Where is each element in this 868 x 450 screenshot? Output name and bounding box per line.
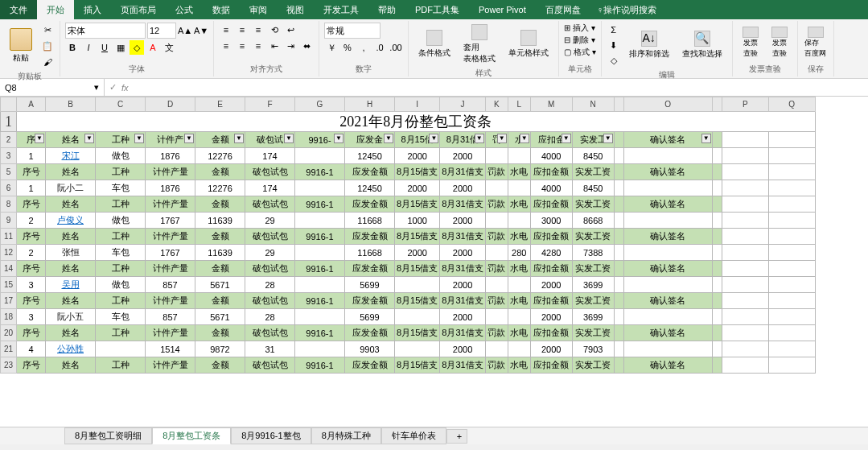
header-cell[interactable]: 破包试▼ — [245, 132, 295, 148]
cell[interactable] — [722, 309, 768, 325]
header-cell[interactable]: 确认签名 — [623, 229, 712, 245]
cell[interactable]: 11639 — [195, 245, 245, 261]
header-cell[interactable]: 应扣金额 — [530, 229, 572, 245]
font-name-select[interactable] — [65, 23, 146, 39]
header-cell[interactable]: 应扣金▼ — [530, 132, 572, 148]
header-cell[interactable]: 应扣金额 — [530, 261, 572, 277]
col-header[interactable]: D — [146, 97, 195, 112]
header-cell[interactable]: 工种 — [96, 164, 146, 180]
header-cell[interactable]: 确认签名 — [623, 357, 712, 374]
align-center-icon[interactable]: ≡ — [235, 39, 249, 53]
header-cell[interactable]: 罚款 — [485, 229, 508, 245]
header-cell[interactable]: 序号 — [17, 357, 46, 374]
cell[interactable] — [712, 148, 722, 164]
cell[interactable] — [623, 309, 712, 325]
cell[interactable]: 12450 — [345, 148, 395, 164]
border-button[interactable]: ▦ — [113, 40, 128, 55]
cell[interactable] — [614, 180, 623, 196]
header-cell[interactable]: 8月15借支 — [395, 164, 440, 180]
align-left-icon[interactable]: ≡ — [219, 39, 233, 53]
header-cell[interactable]: 水电 — [508, 357, 530, 374]
filter-arrow-icon[interactable]: ▼ — [562, 134, 571, 143]
cell[interactable] — [295, 245, 345, 261]
cell[interactable] — [96, 341, 146, 357]
cell[interactable]: 3699 — [572, 277, 614, 293]
cell[interactable]: 车包 — [96, 309, 146, 325]
cell[interactable] — [614, 213, 623, 229]
cell[interactable] — [295, 148, 345, 164]
header-cell[interactable]: 确认签名▼ — [623, 132, 712, 148]
cell[interactable] — [295, 309, 345, 325]
cell[interactable] — [712, 245, 722, 261]
cell[interactable]: 2 — [17, 213, 46, 229]
header-cell[interactable]: 应发金▼ — [345, 132, 395, 148]
cell[interactable]: 8450 — [572, 148, 614, 164]
cell[interactable]: 29 — [245, 213, 295, 229]
cell[interactable]: 12276 — [195, 180, 245, 196]
cell[interactable]: 吴用 — [46, 277, 96, 293]
cell[interactable] — [295, 341, 345, 357]
font-color-button[interactable]: A — [146, 40, 160, 55]
header-cell[interactable]: 工种 — [96, 196, 146, 213]
header-cell[interactable]: 姓名 — [46, 196, 96, 213]
align-mid-icon[interactable]: ≡ — [235, 23, 249, 37]
cell[interactable]: 5699 — [345, 277, 395, 293]
cond-format-button[interactable]: 条件格式 — [413, 28, 455, 60]
sheet-tab-9916[interactable]: 8月9916-1整包 — [231, 427, 311, 444]
tab-help[interactable]: 帮助 — [368, 0, 405, 19]
spreadsheet-grid[interactable]: ABCDEFGHIJKLMNOPQ12021年8月份整包工资条2序▼姓名▼工种▼… — [0, 97, 816, 374]
header-cell[interactable]: 8月31借支 — [440, 261, 485, 277]
header-cell[interactable]: 应发金额 — [345, 261, 395, 277]
header-cell[interactable]: 破包试包 — [245, 357, 295, 374]
cell[interactable] — [768, 196, 815, 213]
row-header[interactable]: 14 — [1, 261, 17, 277]
cell[interactable]: 1767 — [146, 245, 195, 261]
cell[interactable] — [722, 325, 768, 341]
cell[interactable]: 2 — [17, 245, 46, 261]
row-header[interactable]: 3 — [1, 148, 17, 164]
header-cell[interactable]: 水▼ — [508, 132, 530, 148]
col-header[interactable]: N — [572, 97, 614, 112]
header-cell[interactable]: 水电 — [508, 196, 530, 213]
header-cell[interactable]: 8月15借支 — [395, 196, 440, 213]
header-cell[interactable]: 实发工资 — [572, 325, 614, 341]
cell[interactable]: 28 — [245, 309, 295, 325]
currency-icon[interactable]: ￥ — [324, 40, 339, 55]
col-header[interactable]: F — [245, 97, 295, 112]
filter-arrow-icon[interactable]: ▼ — [384, 134, 393, 143]
formula-bar[interactable] — [134, 81, 777, 93]
header-cell[interactable]: 计件产量 — [146, 261, 195, 277]
cell[interactable] — [712, 213, 722, 229]
sort-filter-button[interactable]: A↓排序和筛选 — [624, 29, 674, 61]
header-cell[interactable]: 实发工资 — [572, 196, 614, 213]
format-button[interactable]: ▢ 格式 ▾ — [564, 47, 596, 58]
cell[interactable]: 张恒 — [46, 245, 96, 261]
header-cell[interactable]: 8月31借支 — [440, 293, 485, 309]
cell[interactable] — [614, 341, 623, 357]
cell[interactable]: 12450 — [345, 180, 395, 196]
cell[interactable]: 174 — [245, 180, 295, 196]
col-header[interactable]: L — [508, 97, 530, 112]
cell[interactable] — [722, 341, 768, 357]
wrap-icon[interactable]: ↩ — [283, 23, 298, 37]
col-header[interactable]: E — [195, 97, 245, 112]
header-cell[interactable]: 工种 — [96, 229, 146, 245]
cell[interactable]: 3 — [17, 277, 46, 293]
cell[interactable] — [768, 213, 815, 229]
col-header[interactable]: P — [722, 97, 768, 112]
add-sheet-button[interactable]: + — [446, 429, 467, 444]
cell[interactable] — [508, 341, 530, 357]
header-cell[interactable]: 破包试包 — [245, 293, 295, 309]
header-cell[interactable]: 9916-1 — [295, 196, 345, 213]
cell[interactable]: 做包 — [96, 213, 146, 229]
cell[interactable]: 11639 — [195, 213, 245, 229]
title-cell[interactable]: 2021年8月份整包工资条 — [17, 112, 816, 132]
header-cell[interactable]: 姓名 — [46, 325, 96, 341]
col-header[interactable]: J — [440, 97, 485, 112]
sheet-tab-slip[interactable]: 8月整包工资条 — [152, 427, 231, 444]
tab-data[interactable]: 数据 — [203, 0, 240, 19]
tab-home[interactable]: 开始 — [37, 0, 74, 19]
cell[interactable] — [508, 309, 530, 325]
header-cell[interactable]: 水电 — [508, 325, 530, 341]
cell[interactable] — [722, 164, 768, 180]
